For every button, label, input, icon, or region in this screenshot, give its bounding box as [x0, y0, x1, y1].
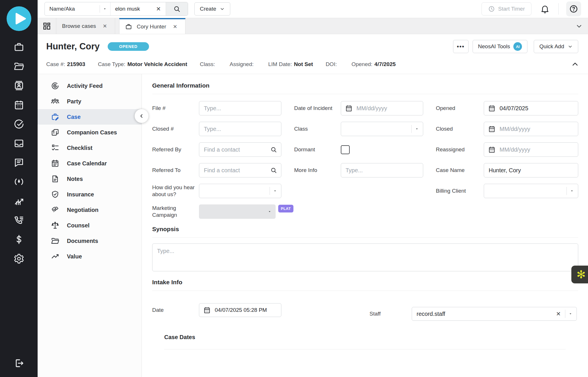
- subnav-item-activity-feed[interactable]: Activity Feed: [38, 78, 142, 94]
- marketing-campaign-select[interactable]: [199, 204, 276, 219]
- subnav-item-notes[interactable]: Notes: [38, 171, 142, 187]
- subnav-label: Counsel: [67, 222, 90, 229]
- dollar-icon[interactable]: [13, 234, 24, 245]
- divider: [270, 187, 270, 195]
- neosai-tools-button[interactable]: NeosAI Tools AI: [473, 40, 528, 53]
- close-tab-icon[interactable]: ✕: [100, 22, 109, 30]
- subnav-label: Activity Feed: [67, 83, 102, 89]
- ai-assistant-fab[interactable]: ✻: [571, 266, 588, 283]
- calendar-icon[interactable]: [345, 105, 353, 112]
- clear-search-icon[interactable]: ✕: [154, 5, 163, 13]
- tab-bar: Browse cases ✕ Cory Hunter ✕: [38, 18, 588, 34]
- case-name-input[interactable]: [488, 167, 574, 174]
- referred-to-input[interactable]: [203, 167, 268, 174]
- subnav-item-documents[interactable]: Documents: [38, 233, 142, 249]
- file-number-input[interactable]: [203, 105, 277, 112]
- activity-feed-icon: [51, 82, 59, 90]
- intake-date-input[interactable]: [214, 307, 277, 314]
- closed-input[interactable]: [499, 125, 574, 133]
- class-select[interactable]: [341, 122, 423, 136]
- billing-client-select[interactable]: [484, 184, 578, 198]
- synopsis-textarea[interactable]: [152, 243, 578, 271]
- search-category-select[interactable]: Name/Aka: [45, 2, 110, 16]
- subnav-item-counsel[interactable]: Counsel: [38, 218, 142, 233]
- tab-cory-hunter[interactable]: Cory Hunter ✕: [119, 18, 185, 34]
- referred-by-input[interactable]: [203, 146, 268, 153]
- collapse-header-chevron-icon[interactable]: [571, 60, 579, 69]
- calendar-icon[interactable]: [488, 146, 496, 153]
- search-input[interactable]: [112, 6, 154, 12]
- chevron-down-icon: [570, 189, 574, 193]
- closed-number-input[interactable]: [203, 125, 277, 133]
- search-icon[interactable]: [270, 146, 277, 153]
- folder-open-icon[interactable]: [13, 61, 24, 72]
- close-tab-icon[interactable]: ✕: [171, 22, 179, 31]
- logout-icon[interactable]: [13, 358, 24, 369]
- collapse-subnav-button[interactable]: [135, 109, 148, 123]
- search-category-label: Name/Aka: [49, 6, 98, 12]
- subnav-item-companion-cases[interactable]: Companion Cases: [38, 125, 142, 140]
- chat-icon[interactable]: [13, 157, 24, 168]
- create-button[interactable]: Create: [194, 2, 230, 16]
- staff-label: Staff: [370, 303, 412, 317]
- calendar-icon[interactable]: [203, 306, 211, 314]
- help-button[interactable]: [566, 1, 581, 16]
- contact-card-icon[interactable]: [13, 80, 24, 91]
- divider: [164, 349, 566, 349]
- calendar-icon[interactable]: [13, 99, 24, 110]
- reassigned-input[interactable]: [499, 146, 574, 153]
- more-info-input[interactable]: [345, 167, 419, 174]
- calendar-icon[interactable]: [488, 125, 496, 133]
- search-icon[interactable]: [270, 167, 277, 174]
- subnav-item-case[interactable]: Case: [38, 109, 142, 125]
- inbox-tray-icon[interactable]: [13, 138, 24, 149]
- check-circle-icon[interactable]: [13, 119, 24, 129]
- tab-browse-cases[interactable]: Browse cases ✕: [56, 18, 115, 34]
- more-actions-button[interactable]: •••: [453, 40, 469, 53]
- dashboard-grid-icon[interactable]: [38, 18, 56, 34]
- app-logo[interactable]: [7, 6, 31, 31]
- subnav-item-value[interactable]: Value: [38, 249, 142, 264]
- meta-case-number: Case #:215903: [46, 61, 85, 67]
- start-timer-button[interactable]: Start Timer: [481, 2, 531, 16]
- briefcase-icon[interactable]: [13, 42, 24, 53]
- clear-staff-icon[interactable]: ✕: [554, 310, 563, 318]
- section-general-information: General Information: [152, 82, 578, 89]
- staff-combobox[interactable]: ✕: [412, 307, 577, 321]
- notifications-bell-icon[interactable]: [540, 4, 550, 14]
- hear-about-select[interactable]: [199, 184, 281, 198]
- subnav-item-insurance[interactable]: Insurance: [38, 187, 142, 202]
- subnav-item-case-calendar[interactable]: Case Calendar: [38, 156, 142, 171]
- subnav-item-checklist[interactable]: Checklist: [38, 140, 142, 156]
- date-of-incident-input[interactable]: [356, 105, 419, 112]
- dormant-checkbox[interactable]: [341, 145, 350, 154]
- case-dates-section: Case Dates: [164, 334, 566, 349]
- subnav-item-party[interactable]: Party: [38, 94, 142, 109]
- referred-by-label: Referred By: [152, 142, 199, 157]
- call-log-icon[interactable]: [13, 215, 24, 226]
- global-search: Name/Aka ✕: [45, 2, 188, 16]
- divider: [152, 291, 578, 291]
- companion-cases-icon: [51, 128, 59, 137]
- search-input-wrap: ✕: [110, 2, 166, 16]
- section-case-dates: Case Dates: [164, 334, 566, 341]
- tab-label: Cory Hunter: [137, 24, 166, 30]
- quick-add-button[interactable]: Quick Add: [534, 40, 578, 53]
- calendar-icon[interactable]: [488, 105, 496, 112]
- value-trend-icon: [51, 252, 59, 261]
- gauge-icon[interactable]: [13, 176, 24, 187]
- staff-input[interactable]: [416, 310, 554, 318]
- tab-overflow-chevron-icon[interactable]: [575, 22, 583, 30]
- search-button[interactable]: [166, 2, 188, 16]
- reports-icon[interactable]: [13, 196, 24, 206]
- subnav-label: Checklist: [67, 145, 92, 151]
- closed-number-label: Closed #: [152, 122, 199, 136]
- case-subnav: Activity Feed Party Case Companion Cases…: [38, 74, 142, 377]
- gear-icon[interactable]: [13, 253, 24, 264]
- subnav-item-negotiation[interactable]: Negotiation: [38, 202, 142, 218]
- search-icon: [173, 5, 181, 13]
- subnav-label: Value: [67, 253, 82, 260]
- app-window: Name/Aka ✕ Create Start Ti: [0, 0, 588, 377]
- opened-input[interactable]: [499, 105, 574, 112]
- meta-lim-date: LIM Date:Not Set: [268, 61, 313, 67]
